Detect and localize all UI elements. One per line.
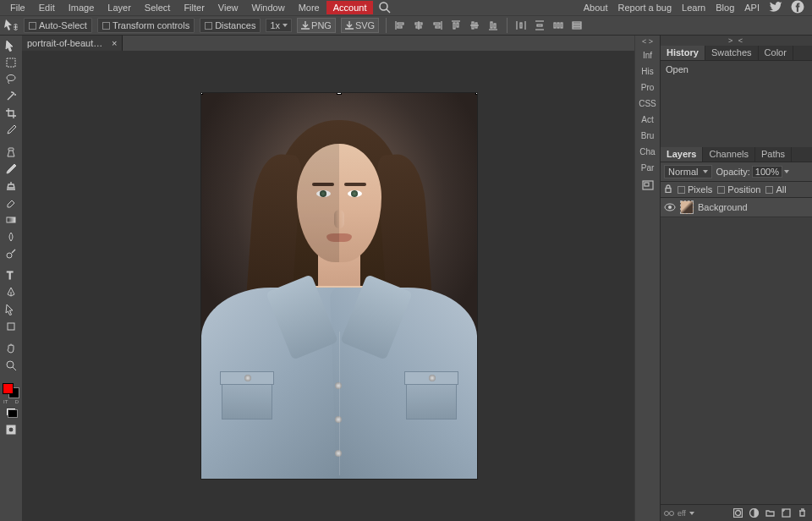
shape-tool[interactable] [2,318,20,335]
distribute-h-icon[interactable] [514,19,528,32]
search-icon[interactable] [378,1,392,14]
transform-handle[interactable] [337,93,342,95]
brush-tool[interactable] [2,161,20,178]
layer-row[interactable]: Background [661,198,812,217]
magic-wand-tool[interactable] [2,88,20,105]
close-tab-icon[interactable]: × [112,38,117,48]
transform-handle[interactable] [201,93,203,95]
menu-filter[interactable]: Filter [177,1,211,14]
eraser-tool[interactable] [2,195,20,211]
tab-layers[interactable]: Layers [661,147,703,162]
menu-report-bug[interactable]: Report a bug [612,1,677,14]
eyedropper-tool[interactable] [2,122,20,139]
lock-position-checkbox[interactable]: Position [717,184,760,195]
tab-swatches[interactable]: Swatches [705,46,759,60]
tab-paths[interactable]: Paths [755,147,792,162]
opacity-control[interactable]: Opacity: 100% [716,166,789,178]
pen-tool[interactable] [2,284,20,301]
menu-window[interactable]: Window [245,1,292,14]
twitter-icon[interactable] [765,0,787,16]
expand-icon[interactable]: < > [635,36,660,47]
document-tab[interactable]: portrait-of-beautiful-b... × [22,36,123,51]
quick-mask-tool[interactable] [2,421,20,438]
canvas-area[interactable] [22,51,634,521]
hand-tool[interactable] [2,340,20,357]
pixel-ratio-select[interactable]: 1x [266,19,292,32]
panel-tab-properties[interactable]: Pro [635,80,660,96]
align-top-icon[interactable] [449,19,463,32]
dodge-tool[interactable] [2,245,20,262]
tab-channels[interactable]: Channels [703,147,754,162]
menu-image[interactable]: Image [62,1,102,14]
default-colors[interactable] [2,404,20,421]
lasso-tool[interactable] [2,71,20,88]
type-tool[interactable]: T [2,267,20,284]
more-options-icon[interactable] [570,19,584,32]
align-center-h-icon[interactable] [412,19,425,32]
menu-blog[interactable]: Blog [710,1,739,14]
distribute-v-icon[interactable] [533,19,546,32]
menu-edit[interactable]: Edit [32,1,62,14]
export-png-button[interactable]: PNG [297,18,336,33]
auto-select-checkbox[interactable]: Auto-Select [24,18,92,33]
align-left-icon[interactable] [393,19,407,32]
panel-tab-css[interactable]: CSS [635,96,660,112]
layer-name[interactable]: Background [698,202,748,212]
move-tool-icon[interactable] [3,18,19,33]
history-entry[interactable]: Open [666,64,807,74]
menu-more[interactable]: More [292,1,326,14]
menu-learn[interactable]: Learn [677,1,710,14]
layer-thumbnail[interactable] [680,200,694,214]
move-tool[interactable] [2,37,20,54]
menu-view[interactable]: View [211,1,245,14]
crop-tool[interactable] [2,105,20,122]
foreground-color[interactable] [3,383,14,394]
menu-file[interactable]: File [3,1,32,14]
adjustment-layer-icon[interactable] [747,507,760,520]
distribute-spacing-h-icon[interactable] [551,19,565,32]
new-layer-icon[interactable] [779,507,793,520]
panel-tab-paragraph[interactable]: Par [635,160,660,176]
panel-tab-actions[interactable]: Act [635,112,660,128]
layer-visibility-icon[interactable] [664,202,676,212]
blend-mode-select[interactable]: Normal [664,165,712,178]
align-bottom-icon[interactable] [486,19,500,32]
lock-pixels-checkbox[interactable]: Pixels [678,184,712,195]
facebook-icon[interactable] [787,0,809,16]
menu-layer[interactable]: Layer [101,1,138,14]
new-folder-icon[interactable] [763,507,776,520]
panel-tab-character[interactable]: Cha [635,144,660,160]
menu-about[interactable]: About [579,1,613,14]
menu-api[interactable]: API [739,1,765,14]
delete-layer-icon[interactable] [795,507,809,520]
canvas-image[interactable] [201,93,477,479]
blur-tool[interactable] [2,228,20,245]
layer-mask-icon[interactable] [731,507,744,520]
collapse-panels-icon[interactable]: > < [661,36,812,46]
transform-controls-checkbox[interactable]: Transform controls [97,18,195,33]
lock-icon [664,184,672,195]
panel-tab-navigator-icon[interactable] [635,176,660,195]
lock-all-checkbox[interactable]: All [765,184,786,195]
menu-account[interactable]: Account [326,1,374,14]
menu-select[interactable]: Select [138,1,178,14]
align-middle-v-icon[interactable] [468,19,481,32]
healing-brush-tool[interactable] [2,144,20,161]
transform-handle[interactable] [475,93,477,95]
rect-select-tool[interactable] [2,54,20,71]
align-right-icon[interactable] [431,19,444,32]
opacity-value[interactable]: 100% [752,166,782,178]
panel-tab-info[interactable]: Inf [635,47,660,63]
distances-checkbox[interactable]: Distances [200,18,261,33]
gradient-tool[interactable] [2,211,20,228]
tab-history[interactable]: History [661,46,705,60]
tab-color[interactable]: Color [759,46,793,60]
footer-link-icon[interactable]: eff [664,509,694,518]
path-select-tool[interactable] [2,301,20,318]
panel-tab-brush[interactable]: Bru [635,128,660,144]
export-svg-button[interactable]: SVG [341,18,379,33]
zoom-tool[interactable] [2,357,20,374]
color-swatches[interactable] [2,382,20,399]
panel-tab-history[interactable]: His [635,63,660,80]
clone-stamp-tool[interactable] [2,178,20,195]
